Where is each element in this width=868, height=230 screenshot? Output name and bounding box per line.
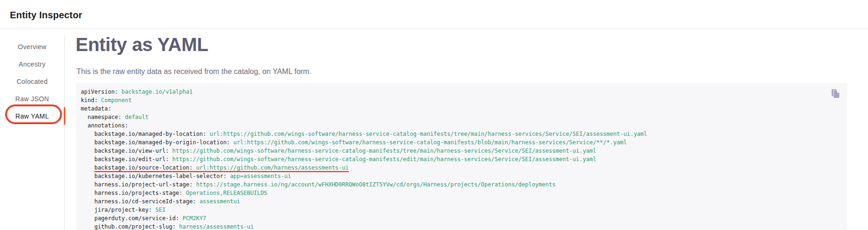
sidebar-item-colocated[interactable]: Colocated [0, 73, 64, 90]
yaml-line: backstage.io/edit-url: https://github.co… [81, 155, 843, 163]
sidebar-item-raw-json[interactable]: Raw JSON [0, 90, 64, 107]
yaml-line: backstage.io/source-location: url:https:… [81, 163, 843, 172]
sidebar-item-ancestry[interactable]: Ancestry [0, 55, 64, 73]
yaml-line: github.com/project-slug: harness/assessm… [81, 223, 843, 230]
yaml-line: harness.io/cd-serviceId-stage: assessmen… [81, 197, 843, 206]
sidebar-item-overview[interactable]: Overview [0, 38, 64, 55]
yaml-line: kind: Component [81, 96, 843, 104]
inspector-sidebar: OverviewAncestryColocatedRaw JSONRaw YAM… [0, 35, 65, 230]
page-subtitle: This is the raw entity data as received … [77, 67, 311, 76]
sidebar-item-raw-yaml[interactable]: Raw YAML [0, 107, 64, 125]
page-title: Entity as YAML [76, 35, 208, 54]
yaml-line: backstage.io/kubernetes-label-selector: … [81, 172, 843, 180]
yaml-line: pagerduty.com/service-id: PCM2KY7 [81, 214, 843, 223]
yaml-code[interactable]: apiVersion: backstage.io/v1alpha1kind: C… [81, 88, 843, 230]
yaml-line: apiVersion: backstage.io/v1alpha1 [81, 88, 843, 96]
yaml-line: jira/project-key: SEI [81, 206, 843, 214]
yaml-line: namespace: default [81, 113, 843, 121]
yaml-line: annotations: [81, 121, 843, 130]
yaml-line: backstage.io/view-url: https://github.co… [81, 147, 843, 155]
active-tab-indicator [64, 107, 65, 125]
dialog-title: Entity Inspector [10, 10, 82, 21]
yaml-line: metadata: [81, 104, 843, 113]
yaml-line: harness.io/project-url-stage: https://st… [81, 180, 843, 189]
copy-button[interactable] [829, 88, 842, 101]
yaml-line: backstage.io/managed-by-location: url:ht… [81, 130, 843, 138]
yaml-code-block: apiVersion: backstage.io/v1alpha1kind: C… [76, 83, 847, 230]
copy-icon [830, 88, 841, 100]
yaml-line: backstage.io/managed-by-origin-location:… [81, 138, 843, 147]
header-divider [0, 29, 868, 29]
yaml-line: harness.io/projects-stage: Operations,RE… [81, 189, 843, 197]
